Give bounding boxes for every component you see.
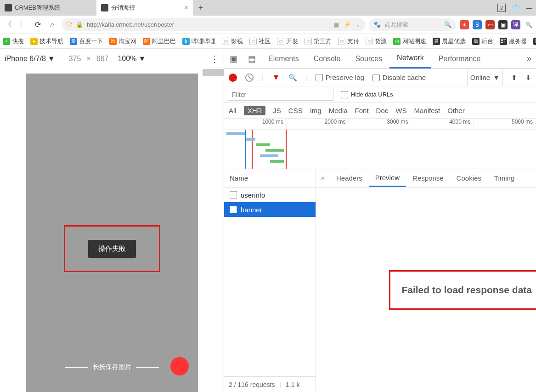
device-select[interactable]: iPhone 6/7/8 ▼ <box>5 55 55 63</box>
upload-icon[interactable]: ⬆ <box>511 74 517 82</box>
name-column-header[interactable]: Name <box>224 169 316 187</box>
device-height[interactable]: 667 <box>96 55 109 63</box>
request-detail: × Headers Preview Response Cookies Timin… <box>316 169 536 392</box>
bolt-icon[interactable]: ⚡ <box>344 21 351 28</box>
tab-network[interactable]: Network <box>389 49 431 68</box>
address-bar: 〈 〉 ⟳ ⌂ 🛡 🔒 http://kaifa.crmeb.net/user/… <box>0 16 536 34</box>
filter-img[interactable]: Img <box>310 107 322 114</box>
chevron-down-icon[interactable]: ⌄ <box>355 21 361 28</box>
window-skin-icon[interactable]: 👕 <box>508 1 522 15</box>
bookmark-icon: 晨 <box>433 38 440 45</box>
ext-icon[interactable]: S <box>473 20 482 29</box>
bookmark-item[interactable]: 官官方系统 <box>533 37 536 45</box>
bookmark-item[interactable]: 阿阿里巴巴 <box>143 37 176 45</box>
tab-console[interactable]: Console <box>306 49 348 68</box>
bookmark-item[interactable]: BT服务器 <box>500 37 527 45</box>
chevron-down-icon: ▼ <box>493 74 500 81</box>
document-icon <box>230 191 237 199</box>
throttle-select[interactable]: Online ▼ <box>467 69 503 86</box>
browser-tab-active[interactable]: 分销海报 × <box>96 0 193 16</box>
record-icon[interactable] <box>229 74 237 82</box>
forward-icon[interactable]: 〉 <box>17 20 28 29</box>
filter-js[interactable]: JS <box>273 107 281 114</box>
tab-elements[interactable]: Elements <box>261 49 306 68</box>
filter-xhr[interactable]: XHR <box>244 106 266 115</box>
filter-css[interactable]: CSS <box>288 107 303 114</box>
filter-manifest[interactable]: Manifest <box>414 107 440 114</box>
bookmark-item[interactable]: ✓快搜 <box>3 37 24 45</box>
search-icon[interactable]: 🔍 <box>288 74 297 82</box>
ext-icon[interactable]: ▭ <box>485 20 495 29</box>
filter-icon[interactable]: ▼ <box>272 73 280 82</box>
network-timeline[interactable]: 1000 ms 2000 ms 3000 ms 4000 ms 5000 ms <box>224 119 536 169</box>
bookmark-item[interactable]: ▭社区 <box>249 37 271 45</box>
url-box[interactable]: 🛡 🔒 http://kaifa.crmeb.net/user/poster ▦… <box>62 18 365 31</box>
bookmark-item[interactable]: ▭第三方 <box>305 37 332 45</box>
bookmark-item[interactable]: ▭影视 <box>222 37 243 45</box>
bookmark-item[interactable]: 掌百度一下 <box>70 37 103 45</box>
download-icon[interactable]: ⬇ <box>525 74 531 82</box>
ext-icon[interactable]: ✶ <box>460 20 469 29</box>
browser-tab[interactable]: CRMEB管理系统 <box>0 0 96 16</box>
tab-preview[interactable]: Preview <box>369 169 406 187</box>
bookmark-item[interactable]: ◷网站测速 <box>393 37 426 45</box>
timeline-tick: 3000 ms <box>349 119 412 129</box>
preserve-log-checkbox[interactable]: Preserve log <box>316 74 364 81</box>
window-minimize-icon[interactable]: — <box>522 1 536 15</box>
translate-icon[interactable]: 译 <box>511 20 520 29</box>
filter-all[interactable]: All <box>229 107 237 114</box>
filter-ws[interactable]: WS <box>395 107 406 114</box>
tab-performance[interactable]: Performance <box>431 49 488 68</box>
device-toggle-icon[interactable]: ▤ <box>243 54 261 64</box>
highlight-box: 操作失敗 <box>64 225 160 272</box>
more-icon[interactable]: ⋮ <box>210 53 219 64</box>
close-icon[interactable]: × <box>316 174 330 182</box>
clear-icon[interactable] <box>245 74 254 82</box>
new-tab-button[interactable]: + <box>193 0 209 16</box>
tab-response[interactable]: Response <box>406 169 450 187</box>
bookmark-item[interactable]: ▭货源 <box>366 37 387 45</box>
browser-tab-strip: CRMEB管理系统 分销海报 × + 2 👕 — <box>0 0 536 16</box>
request-row[interactable]: userinfo <box>224 187 316 202</box>
bookmark-item[interactable]: 晨晨星优选 <box>433 37 466 45</box>
tab-headers[interactable]: Headers <box>330 169 369 187</box>
bookmark-item[interactable]: 淘淘宝网 <box>109 37 136 45</box>
hide-data-urls-checkbox[interactable]: Hide data URLs <box>341 91 393 98</box>
request-row-selected[interactable]: banner <box>224 202 316 217</box>
device-width[interactable]: 375 <box>69 55 81 63</box>
tab-sources[interactable]: Sources <box>348 49 389 68</box>
tab-timing[interactable]: Timing <box>488 169 521 187</box>
bookmark-item[interactable]: b哔哩哔哩 <box>182 37 215 45</box>
close-icon[interactable]: × <box>184 4 188 12</box>
reload-icon[interactable]: ⟳ <box>32 20 43 29</box>
filter-other[interactable]: Other <box>447 107 465 114</box>
zoom-select[interactable]: 100% ▼ <box>118 55 146 63</box>
filter-input[interactable] <box>228 89 333 101</box>
bookmark-icon: ◷ <box>393 38 401 45</box>
search-box[interactable]: 🐾 点此搜索 🔍 <box>369 18 456 31</box>
lock-icon: 🔒 <box>76 21 83 28</box>
home-icon[interactable]: ⌂ <box>47 21 58 29</box>
qr-icon[interactable]: ▦ <box>333 21 339 28</box>
bookmark-item[interactable]: ♦技术导航 <box>30 37 63 45</box>
detail-tabs: × Headers Preview Response Cookies Timin… <box>316 169 536 187</box>
disable-cache-checkbox[interactable]: Disable cache <box>372 74 426 81</box>
ext-icon[interactable]: ▣ <box>498 20 508 29</box>
filter-media[interactable]: Media <box>329 107 348 114</box>
window-badge[interactable]: 2 <box>495 1 508 15</box>
bookmark-item[interactable]: ▭开发 <box>277 37 298 45</box>
fab-button[interactable] <box>170 357 189 375</box>
filter-font[interactable]: Font <box>355 107 369 114</box>
bookmark-item[interactable]: 后后台 <box>472 37 493 45</box>
filter-doc[interactable]: Doc <box>376 107 389 114</box>
search-icon[interactable]: 🔍 <box>444 21 451 28</box>
phone-viewport[interactable]: 操作失敗 长按保存图片 <box>26 74 198 392</box>
search-ext-icon[interactable]: 🔍 <box>524 20 533 29</box>
scrollbar[interactable] <box>203 69 224 76</box>
inspect-icon[interactable]: ▣ <box>224 54 243 64</box>
tabs-overflow-icon[interactable]: » <box>522 54 536 63</box>
back-icon[interactable]: 〈 <box>3 20 14 29</box>
bookmark-item[interactable]: ▭支付 <box>338 37 359 45</box>
bookmark-icon: 后 <box>472 38 480 45</box>
tab-cookies[interactable]: Cookies <box>450 169 488 187</box>
